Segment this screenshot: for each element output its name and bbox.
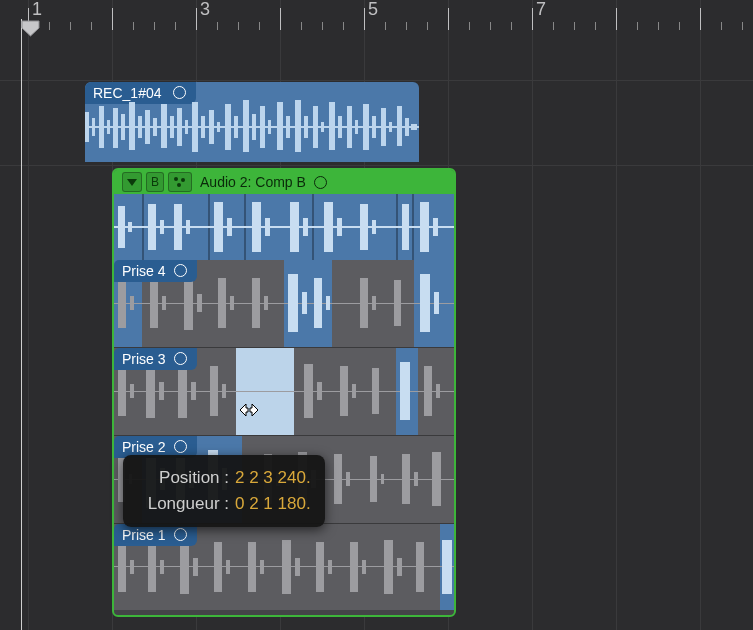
- svg-rect-71: [197, 294, 202, 312]
- svg-rect-82: [326, 296, 330, 310]
- take-folder-name: Audio 2: Comp B: [200, 174, 306, 190]
- svg-rect-140: [397, 558, 402, 576]
- svg-point-42: [174, 177, 178, 181]
- svg-rect-31: [329, 102, 335, 150]
- svg-rect-91: [191, 382, 196, 400]
- svg-point-44: [177, 183, 181, 187]
- take-label: Prise 1: [114, 524, 197, 546]
- disclosure-triangle-button[interactable]: [122, 172, 142, 192]
- arrange-area[interactable]: 1 3 5 7: [0, 0, 753, 630]
- svg-rect-57: [303, 218, 308, 236]
- svg-rect-100: [436, 384, 440, 398]
- svg-rect-35: [363, 104, 369, 150]
- svg-rect-55: [265, 218, 270, 236]
- svg-rect-127: [180, 540, 189, 594]
- quick-swipe-button[interactable]: [168, 172, 192, 192]
- svg-rect-92: [210, 366, 218, 416]
- svg-rect-95: [317, 382, 322, 400]
- take-name: Prise 1: [122, 527, 166, 543]
- svg-rect-98: [372, 368, 379, 414]
- waveform: [114, 194, 454, 260]
- timeline-ruler[interactable]: 1 3 5 7: [0, 0, 753, 30]
- svg-rect-19: [225, 104, 231, 150]
- svg-rect-84: [434, 292, 439, 314]
- loop-indicator-icon: [174, 528, 187, 541]
- svg-rect-137: [350, 542, 358, 592]
- tooltip-pos-label: Position :: [137, 465, 229, 491]
- svg-rect-74: [252, 278, 260, 328]
- svg-rect-94: [304, 364, 313, 418]
- take-row[interactable]: Prise 1: [114, 523, 454, 610]
- svg-rect-72: [218, 278, 226, 328]
- svg-rect-87: [130, 384, 134, 398]
- take-row[interactable]: Prise 4: [114, 260, 454, 347]
- ruler-bar-label: 7: [536, 0, 546, 20]
- take-folder[interactable]: B Audio 2: Comp B: [112, 168, 456, 617]
- svg-rect-112: [381, 474, 384, 484]
- svg-rect-48: [148, 204, 156, 250]
- svg-rect-59: [337, 218, 342, 236]
- take-label: Prise 3: [114, 348, 197, 370]
- svg-rect-50: [174, 204, 182, 250]
- comp-selector-button[interactable]: B: [146, 172, 164, 192]
- svg-rect-81: [314, 278, 322, 328]
- svg-rect-49: [160, 220, 164, 234]
- svg-rect-60: [360, 204, 368, 250]
- svg-rect-129: [214, 542, 222, 592]
- svg-rect-73: [230, 296, 234, 310]
- svg-rect-125: [148, 542, 156, 592]
- svg-rect-75: [264, 296, 268, 310]
- svg-rect-123: [118, 542, 126, 592]
- svg-rect-141: [416, 542, 424, 592]
- svg-rect-6: [121, 114, 125, 140]
- svg-rect-54: [252, 202, 261, 252]
- svg-rect-51: [186, 220, 190, 234]
- svg-rect-128: [193, 558, 198, 576]
- svg-rect-7: [129, 102, 135, 150]
- svg-rect-28: [304, 116, 308, 138]
- take-label: Prise 4: [114, 260, 197, 282]
- svg-rect-24: [268, 120, 271, 134]
- svg-rect-70: [184, 276, 193, 330]
- svg-rect-101: [400, 362, 410, 420]
- svg-rect-39: [397, 106, 402, 146]
- svg-rect-30: [321, 122, 324, 132]
- playhead-handle[interactable]: [21, 20, 40, 37]
- svg-rect-130: [226, 560, 230, 574]
- playhead-line[interactable]: [21, 19, 22, 630]
- audio-region-rec1-04[interactable]: REC_1#04: [85, 82, 419, 162]
- svg-rect-33: [347, 106, 352, 148]
- svg-rect-135: [316, 542, 324, 592]
- loop-indicator-icon: [174, 352, 187, 365]
- comp-lane[interactable]: [114, 194, 454, 260]
- svg-rect-114: [414, 472, 418, 486]
- svg-rect-20: [234, 116, 238, 138]
- resize-cursor-icon: [229, 398, 269, 422]
- svg-rect-46: [118, 206, 125, 248]
- svg-rect-16: [201, 116, 205, 138]
- take-folder-header[interactable]: B Audio 2: Comp B: [114, 170, 454, 194]
- svg-rect-93: [222, 384, 226, 398]
- svg-rect-32: [338, 116, 342, 138]
- svg-rect-21: [243, 100, 249, 152]
- svg-rect-86: [118, 366, 126, 416]
- svg-rect-18: [217, 122, 220, 132]
- svg-rect-8: [138, 116, 142, 138]
- loop-indicator-icon: [314, 176, 327, 189]
- svg-rect-47: [128, 222, 132, 232]
- svg-rect-11: [161, 104, 167, 148]
- svg-rect-88: [146, 364, 155, 418]
- tooltip-pos-value: 2 2 3 240.: [235, 468, 311, 487]
- svg-point-43: [181, 178, 185, 182]
- svg-rect-1: [85, 112, 89, 142]
- svg-rect-111: [370, 456, 377, 502]
- svg-rect-67: [130, 296, 134, 310]
- take-row[interactable]: Prise 3: [114, 347, 454, 435]
- svg-rect-134: [295, 558, 300, 576]
- svg-rect-12: [170, 116, 174, 138]
- svg-rect-96: [340, 366, 348, 416]
- tooltip-len-value: 0 2 1 180.: [235, 494, 311, 513]
- svg-rect-77: [372, 296, 376, 310]
- svg-rect-109: [334, 454, 342, 504]
- svg-rect-41: [411, 124, 417, 130]
